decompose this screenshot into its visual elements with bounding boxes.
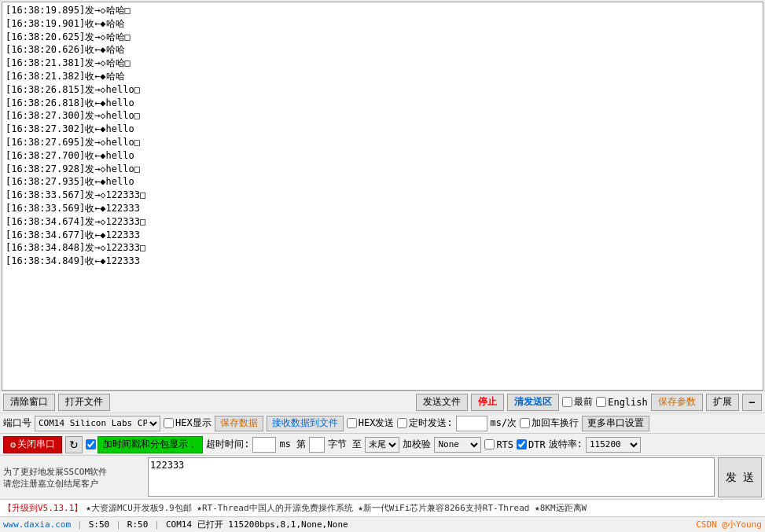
byte-label: 字节 至	[328, 438, 362, 451]
timeout-value-input[interactable]: 20	[252, 437, 276, 453]
close-port-button[interactable]: ⚙ 关闭串口	[3, 436, 62, 453]
port-label: 端口号	[3, 416, 31, 430]
csdn-credit: CSDN @小Young	[696, 519, 762, 530]
website-link[interactable]: www.daxia.com	[3, 519, 71, 530]
left-info: 为了更好地发展SSCOM软件 请您注册嘉立创结尾客户	[3, 457, 145, 497]
log-line: [16:38:21.381]发→◇哈哈□	[6, 57, 759, 70]
s-count: S:50	[89, 519, 110, 530]
refresh-button[interactable]: ↻	[65, 436, 83, 453]
log-line: [16:38:20.626]收←◆哈哈	[6, 43, 759, 57]
hex-send-checkbox[interactable]	[347, 418, 357, 428]
port-select[interactable]: COM14 Silicon Labs CP210x	[35, 416, 160, 431]
log-line: [16:38:34.677]收←◆122333	[6, 229, 759, 242]
timeout-label: 超时时间:	[206, 438, 249, 451]
toolbar1: 清除窗口 打开文件 发送文件 停止 清发送区 最前 English 保存参数 扩…	[0, 391, 765, 413]
log-line: [16:38:34.674]发→◇122333□	[6, 215, 759, 229]
log-line: [16:38:19.895]发→◇哈哈□	[6, 4, 759, 17]
ad-banner: 【升级到V5.13.1】 ★大资源MCU开发板9.9包邮 ★RT-Thread中…	[0, 499, 765, 516]
send-input[interactable]	[148, 457, 715, 497]
log-lines: [16:38:19.895]发→◇哈哈□[16:38:19.901]收←◆哈哈[…	[6, 4, 759, 268]
minus-button[interactable]: —	[742, 394, 762, 411]
save-data-button[interactable]: 保存数据	[215, 416, 263, 431]
log-line: [16:38:33.569]收←◆122333	[6, 202, 759, 215]
log-line: [16:38:27.695]发→◇hello□	[6, 136, 759, 149]
checksum-select[interactable]: None	[434, 437, 481, 453]
port-status: COM14 已打开 115200bps,8,1,None,None	[166, 519, 348, 530]
byte-start-input[interactable]: 1	[309, 437, 325, 453]
info-line1: 为了更好地发展SSCOM软件	[3, 466, 145, 478]
log-line: [16:38:33.567]发→◇122333□	[6, 189, 759, 202]
r-count: R:50	[127, 519, 149, 530]
upgrade-text: 【升级到V5.13.1】	[3, 502, 83, 514]
hex-display-checkbox[interactable]	[164, 418, 174, 428]
hex-send-label[interactable]: HEX发送	[347, 416, 395, 430]
port-select-combo: COM14 Silicon Labs CP210x	[35, 416, 160, 431]
log-area[interactable]: [16:38:19.895]发→◇哈哈□[16:38:19.901]收←◆哈哈[…	[2, 2, 763, 391]
dtr-label[interactable]: DTR	[517, 439, 546, 450]
log-line: [16:38:27.302]收←◆hello	[6, 123, 759, 136]
timed-unit-label: ms/次	[491, 416, 517, 430]
byte-end-select[interactable]: 末尾	[365, 437, 399, 453]
toolbar3: ⚙ 关闭串口 ↻ 加时间戳和分包显示， 超时时间: 20 ms 第 1 字节 至…	[0, 433, 765, 455]
dtr-checkbox[interactable]	[517, 439, 527, 449]
input-row: 为了更好地发展SSCOM软件 请您注册嘉立创结尾客户 发 送	[0, 455, 765, 499]
add-time-checkbox-label[interactable]: 加时间戳和分包显示，	[86, 436, 203, 453]
newline-label[interactable]: 加回车换行	[520, 416, 579, 430]
toolbar2: 端口号 COM14 Silicon Labs CP210x HEX显示 保存数据…	[0, 413, 765, 433]
rts-checkbox[interactable]	[484, 439, 495, 449]
stop-button[interactable]: 停止	[471, 394, 504, 411]
timed-send-checkbox[interactable]	[397, 418, 407, 428]
baud-select[interactable]: 115200	[586, 437, 641, 453]
gear-icon: ⚙	[10, 439, 16, 450]
log-line: [16:38:27.300]发→◇hello□	[6, 109, 759, 123]
expand-button[interactable]: 扩展	[706, 394, 739, 411]
upgrade-content: ★大资源MCU开发板9.9包邮 ★RT-Thread中国人的开源免费操作系统 ★…	[86, 502, 587, 514]
english-checkbox-label[interactable]: English	[596, 397, 648, 408]
log-line: [16:38:26.815]发→◇hello□	[6, 83, 759, 97]
add-time-checkbox[interactable]	[86, 439, 96, 449]
last-checkbox-label[interactable]: 最前	[562, 395, 593, 409]
checksum-label: 加校验	[403, 438, 431, 451]
log-line: [16:38:26.818]收←◆hello	[6, 97, 759, 110]
log-line: [16:38:34.848]发→◇122333□	[6, 241, 759, 255]
timed-send-label[interactable]: 定时发送:	[397, 416, 452, 430]
more-port-button[interactable]: 更多串口设置	[582, 416, 649, 431]
timeout-unit-label: ms 第	[279, 438, 306, 451]
recv-file-button[interactable]: 接收数据到文件	[267, 416, 344, 431]
clear-window-button[interactable]: 清除窗口	[3, 394, 55, 411]
log-line: [16:38:34.849]收←◆122333	[6, 255, 759, 268]
status-bar: www.daxia.com | S:50 | R:50 | COM14 已打开 …	[0, 516, 765, 532]
log-line: [16:38:19.901]收←◆哈哈	[6, 17, 759, 31]
open-file-button[interactable]: 打开文件	[58, 394, 110, 411]
last-checkbox[interactable]	[562, 397, 572, 407]
clear-send-button[interactable]: 清发送区	[507, 394, 559, 411]
timed-value-input[interactable]: 1000	[456, 416, 487, 431]
rts-dtr-area: RTS DTR 波特率: 115200	[484, 437, 641, 453]
log-line: [16:38:20.625]发→◇哈哈□	[6, 31, 759, 44]
send-file-button[interactable]: 发送文件	[416, 394, 468, 411]
log-line: [16:38:27.928]发→◇hello□	[6, 163, 759, 176]
english-checkbox[interactable]	[596, 397, 606, 407]
log-line: [16:38:21.382]收←◆哈哈	[6, 70, 759, 83]
save-params-button[interactable]: 保存参数	[651, 394, 703, 411]
rts-label[interactable]: RTS	[484, 439, 513, 450]
app-container: [16:38:19.895]发→◇哈哈□[16:38:19.901]收←◆哈哈[…	[0, 0, 765, 532]
hex-display-label[interactable]: HEX显示	[164, 416, 211, 430]
baud-label: 波特率:	[549, 438, 583, 451]
send-button[interactable]: 发 送	[718, 457, 762, 497]
log-line: [16:38:27.700]收←◆hello	[6, 149, 759, 163]
info-line2: 请您注册嘉立创结尾客户	[3, 478, 145, 490]
newline-checkbox[interactable]	[520, 418, 530, 428]
log-line: [16:38:27.935]收←◆hello	[6, 175, 759, 189]
